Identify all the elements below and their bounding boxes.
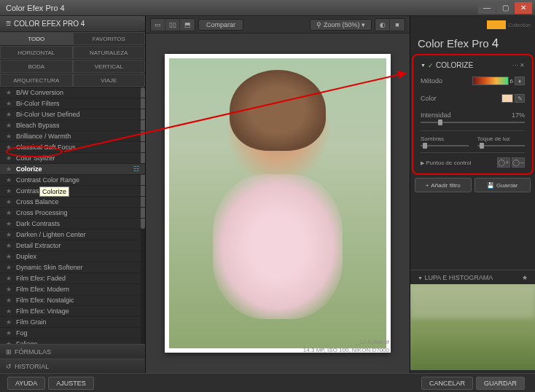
star-icon[interactable]: ★ [522, 274, 528, 281]
metodo-label: Método [421, 77, 442, 85]
filter-item[interactable]: ★Darken / Lighten Center [0, 230, 145, 240]
star-icon[interactable]: ★ [6, 122, 13, 129]
filter-item[interactable]: ★Film Grain [0, 317, 145, 328]
filter-item[interactable]: ★Bi-Color User Defined [0, 109, 145, 120]
tab-boda[interactable]: BODA [0, 60, 73, 73]
star-icon[interactable]: ★ [6, 176, 13, 184]
cancel-button[interactable]: CANCELAR [421, 377, 473, 390]
side-view-button[interactable]: ⬒ [180, 19, 195, 31]
filter-item[interactable]: ★Color Stylizer [0, 153, 145, 164]
filter-item[interactable]: ★Cross Balance [0, 197, 145, 208]
intensidad-slider[interactable] [421, 122, 525, 123]
star-icon[interactable]: ★ [6, 242, 13, 249]
filter-item[interactable]: ★ContrasColorize [0, 186, 145, 197]
filter-item[interactable]: ★Film Efex: Modern [0, 284, 145, 295]
filter-item[interactable]: ★Dark Contrasts [0, 219, 145, 230]
star-icon[interactable]: ★ [6, 220, 13, 227]
intensidad-value: 17% [512, 111, 525, 119]
metodo-swatch[interactable] [472, 77, 509, 85]
filter-item[interactable]: ★B/W Conversion [0, 87, 145, 98]
star-icon[interactable]: ★ [6, 329, 13, 337]
lupa-header[interactable]: ▼ LUPA E HISTOGRAMA ★ [410, 270, 535, 284]
remove-control-point-button[interactable]: ◯– [512, 157, 525, 168]
filter-item[interactable]: ★Brilliance / Warmth [0, 131, 145, 142]
formulas-icon: ⊞ [6, 348, 12, 356]
star-icon[interactable]: ★ [6, 89, 13, 96]
settings-button[interactable]: AJUSTES [48, 377, 94, 390]
collection-label: Collection [508, 23, 531, 28]
star-icon[interactable]: ★ [6, 286, 13, 293]
filter-item[interactable]: ★Film Efex: Vintage [0, 306, 145, 317]
filter-item[interactable]: ★Cross Processing [0, 208, 145, 219]
tab-naturaleza[interactable]: NATURALEZA [73, 46, 146, 59]
filter-item[interactable]: ★Bleach Bypass [0, 120, 145, 131]
section-menu-icon[interactable]: ⋯ ✕ [512, 62, 525, 68]
minimize-button[interactable]: — [478, 2, 496, 14]
tab-todo[interactable]: TODO [0, 32, 73, 45]
close-button[interactable]: ✕ [515, 2, 532, 14]
add-filter-button[interactable]: + Añadir filtro [415, 178, 472, 192]
star-icon[interactable]: ★ [6, 231, 13, 238]
filter-item[interactable]: ★Detail Extractor [0, 240, 145, 251]
color-swatch[interactable] [501, 94, 513, 103]
tab-arquitectura[interactable]: ARQUITECTURA [0, 74, 73, 87]
single-view-button[interactable]: ▭ [151, 19, 165, 31]
save-icon: 💾 [487, 182, 494, 189]
star-icon[interactable]: ★ [6, 253, 13, 260]
tab-viaje[interactable]: VIAJE [73, 74, 146, 87]
save-button[interactable]: GUARDAR [476, 377, 525, 390]
add-control-point-button[interactable]: ◯+ [497, 157, 510, 168]
compare-button[interactable]: Comparar [198, 19, 243, 31]
metodo-stepper[interactable]: ♦ [515, 77, 525, 85]
save-preset-button[interactable]: 💾 Guardar [475, 178, 531, 192]
star-icon[interactable]: ★ [6, 111, 13, 118]
star-icon[interactable]: ★ [6, 275, 13, 282]
historial-label: HISTORIAL [15, 363, 49, 370]
star-icon[interactable]: ★ [6, 307, 13, 315]
help-button[interactable]: AYUDA [7, 377, 45, 390]
left-panel-header[interactable]: ☰ COLOR EFEX PRO 4 [0, 16, 145, 32]
star-icon[interactable]: ★ [6, 154, 13, 162]
filter-item[interactable]: ★Bi-Color Filters [0, 98, 145, 109]
star-icon[interactable]: ★ [6, 100, 13, 107]
filter-item[interactable]: ★Film Efex: Faded [0, 273, 145, 284]
star-icon[interactable]: ★ [6, 264, 13, 271]
historial-section[interactable]: ↺ HISTORIAL [0, 358, 145, 373]
star-icon[interactable]: ★ [6, 144, 13, 151]
formulas-section[interactable]: ⊞ FÓRMULAS [0, 344, 145, 358]
toque-slider[interactable] [477, 145, 526, 146]
star-icon[interactable]: ★ [6, 209, 13, 216]
star-icon[interactable]: ★ [6, 340, 13, 344]
tab-vertical[interactable]: VERTICAL [73, 60, 146, 73]
filter-item[interactable]: ★Fog [0, 328, 145, 339]
star-icon[interactable]: ★ [6, 318, 13, 326]
lupa-preview[interactable] [410, 284, 535, 370]
star-icon[interactable]: ★ [6, 165, 13, 173]
filter-item[interactable]: ★Duplex [0, 251, 145, 262]
bg-dark-button[interactable]: ■ [390, 19, 405, 31]
star-icon[interactable]: ★ [6, 297, 13, 304]
star-icon[interactable]: ★ [6, 133, 13, 140]
filter-item[interactable]: ★Contrast Color Range [0, 175, 145, 186]
tab-horizontal[interactable]: HORIZONTAL [0, 46, 73, 59]
filter-item[interactable]: ★Dynamic Skin Softener [0, 262, 145, 273]
filter-list[interactable]: ★B/W Conversion★Bi-Color Filters★Bi-Colo… [0, 87, 145, 344]
color-picker-button[interactable]: ✎ [515, 94, 525, 103]
formulas-label: FÓRMULAS [15, 348, 51, 356]
star-icon[interactable]: ★ [6, 187, 13, 195]
brand-area: Collection [410, 16, 535, 34]
maximize-button[interactable]: ▢ [496, 2, 514, 14]
tab-favoritos[interactable]: FAVORITOS [73, 32, 146, 45]
filter-item[interactable]: ★Foliage [0, 339, 145, 344]
preset-icon[interactable]: ☷ [133, 165, 139, 173]
filter-item[interactable]: ★Colorize☷ [0, 164, 145, 175]
filter-item[interactable]: ★Film Efex: Nostalgic [0, 295, 145, 306]
section-header[interactable]: ▼ ✓ COLORIZE ⋯ ✕ [421, 61, 525, 69]
split-view-button[interactable]: ▯▯ [165, 19, 180, 31]
zoom-dropdown[interactable]: ⚲ Zoom (50%) ▾ [310, 19, 372, 31]
bg-light-button[interactable]: ◐ [375, 19, 390, 31]
star-icon[interactable]: ★ [6, 198, 13, 205]
image-viewport[interactable]: _12-Editar.tif 14.3 MP, ISO 100, NIKON D… [146, 34, 410, 373]
sombras-slider[interactable] [421, 145, 469, 146]
filter-item[interactable]: ★Classical Soft Focus [0, 142, 145, 153]
